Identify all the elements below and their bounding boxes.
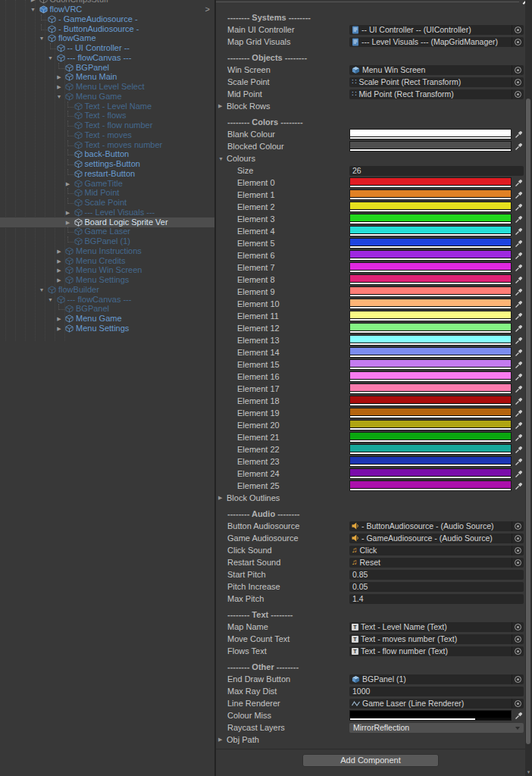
hierarchy-item-flowgame[interactable]: ▼flowGame — [0, 33, 214, 43]
hierarchy-item-flowcanvas[interactable]: ▼--- flowCanvas --- — [0, 53, 214, 63]
hierarchy-item-menu-level-select[interactable]: ▶Menu Level Select — [0, 82, 214, 92]
number-input[interactable]: 1.4 — [349, 594, 524, 604]
eyedropper-button[interactable] — [513, 239, 524, 249]
hierarchy-item-bgpanel[interactable]: BGPanel — [0, 304, 214, 314]
eyedropper-button[interactable] — [513, 263, 524, 273]
hierarchy-item-ui-controller[interactable]: -- UI Controller -- — [0, 43, 214, 53]
object-field[interactable]: ∷Scale Point (Rect Transform) — [349, 77, 524, 87]
layer-dropdown[interactable]: MirrorReflection — [349, 723, 524, 733]
eyedropper-button[interactable] — [513, 287, 524, 297]
eyedropper-button[interactable] — [513, 421, 524, 430]
object-picker-button[interactable] — [512, 646, 524, 656]
eyedropper-button[interactable] — [513, 711, 524, 721]
hierarchy-item-text-flow-number[interactable]: Text - flow number — [0, 120, 214, 130]
color-swatch[interactable] — [349, 189, 512, 200]
foldout-open-icon[interactable]: ▼ — [216, 156, 227, 161]
color-swatch[interactable] — [349, 299, 512, 309]
color-swatch[interactable] — [349, 311, 512, 321]
object-picker-button[interactable] — [512, 77, 524, 87]
object-picker-button[interactable] — [512, 546, 524, 555]
color-swatch[interactable] — [349, 323, 512, 333]
color-swatch[interactable] — [349, 202, 512, 212]
hierarchy-item-scale-point[interactable]: Scale Point — [0, 198, 214, 208]
object-field[interactable]: ♫Click — [349, 546, 524, 555]
hierarchy-item-text-moves-number[interactable]: Text - moves number — [0, 140, 214, 150]
number-input[interactable]: 26 — [349, 166, 524, 176]
eyedropper-button[interactable] — [513, 457, 524, 467]
number-input[interactable]: 0.85 — [349, 570, 524, 580]
color-swatch[interactable] — [349, 383, 512, 394]
eyedropper-button[interactable] — [513, 275, 524, 285]
hierarchy-item-flowcanvas[interactable]: ▼--- flowCanvas --- — [0, 295, 214, 305]
hierarchy-item-flowbuilder[interactable]: ▼flowBuilder — [0, 285, 214, 295]
foldout-block-rows[interactable]: ▶Block Rows — [216, 100, 525, 112]
foldout-closed-icon[interactable]: ▶ — [55, 275, 63, 285]
prefab-inspect-arrow-icon[interactable]: > — [205, 5, 210, 14]
inspector-scrollbar[interactable]: ▾ — [525, 0, 532, 776]
eyedropper-button[interactable] — [513, 311, 524, 321]
foldout-obj-path[interactable]: ▶Obj Path — [216, 734, 525, 746]
color-swatch[interactable] — [349, 432, 512, 443]
color-swatch[interactable] — [349, 141, 512, 152]
object-picker-button[interactable] — [512, 25, 524, 35]
add-component-button[interactable]: Add Component — [302, 754, 439, 767]
eyedropper-button[interactable] — [513, 336, 524, 346]
color-swatch[interactable] — [349, 274, 512, 285]
foldout-closed-icon[interactable]: ▶ — [216, 737, 227, 743]
color-swatch[interactable] — [349, 250, 512, 261]
foldout-colours[interactable]: ▼Colours — [216, 152, 525, 164]
eyedropper-button[interactable] — [513, 445, 524, 455]
number-input[interactable]: 0.05 — [349, 582, 524, 592]
eyedropper-button[interactable] — [513, 299, 524, 309]
eyedropper-button[interactable] — [513, 130, 524, 139]
scrollbar-thumb[interactable] — [526, 99, 530, 744]
color-swatch[interactable] — [349, 371, 512, 382]
object-field[interactable]: --- Level Visuals --- (MapGridManager) — [349, 37, 524, 47]
foldout-closed-icon[interactable]: ▶ — [55, 256, 63, 266]
eyedropper-button[interactable] — [513, 408, 524, 418]
foldout-block-outlines[interactable]: ▶Block Outlines — [216, 492, 525, 504]
object-field[interactable]: - GameAudiosource - (Audio Source) — [349, 534, 524, 543]
color-swatch[interactable] — [349, 129, 512, 139]
color-swatch[interactable] — [349, 214, 512, 224]
hierarchy-item-back-button[interactable]: back-Button — [0, 149, 214, 159]
hierarchy-item-board-logic-sprite-ver[interactable]: ▶Board Logic Sprite Ver — [0, 217, 214, 227]
color-swatch[interactable] — [349, 396, 512, 406]
eyedropper-button[interactable] — [513, 469, 524, 479]
object-field[interactable]: TText - flow number (Text) — [349, 646, 524, 656]
object-picker-button[interactable] — [512, 674, 524, 684]
hierarchy-item-menu-settings[interactable]: ▶Menu Settings — [0, 275, 214, 285]
object-picker-button[interactable] — [512, 534, 524, 543]
hierarchy-item-menu-credits[interactable]: ▶Menu Credits — [0, 256, 214, 266]
scrollbar-down-arrow[interactable]: ▾ — [525, 769, 532, 775]
eyedropper-button[interactable] — [513, 396, 524, 406]
foldout-closed-icon[interactable]: ▶ — [55, 246, 63, 256]
hierarchy-item-mid-point[interactable]: Mid Point — [0, 188, 214, 198]
foldout-open-icon[interactable]: ▼ — [47, 53, 55, 63]
color-swatch[interactable] — [349, 262, 512, 273]
hierarchy-item-game-laser[interactable]: Game Laser — [0, 227, 214, 236]
object-picker-button[interactable] — [512, 65, 524, 75]
object-field[interactable]: ♫Reset — [349, 558, 524, 568]
foldout-closed-icon[interactable]: ▶ — [55, 314, 63, 324]
foldout-closed-icon[interactable]: ▶ — [55, 72, 63, 82]
hierarchy-item-bgpanel[interactable]: BGPanel — [0, 63, 214, 73]
color-swatch[interactable] — [349, 444, 512, 455]
number-input[interactable]: 1000 — [349, 687, 524, 696]
eyedropper-button[interactable] — [513, 372, 524, 382]
eyedropper-button[interactable] — [513, 384, 524, 394]
hierarchy-item-flowvrc[interactable]: ▼flowVRC> — [0, 5, 214, 14]
hierarchy-item-menu-game[interactable]: ▶Menu Game — [0, 314, 214, 324]
eyedropper-button[interactable] — [513, 202, 524, 212]
foldout-closed-icon[interactable]: ▶ — [64, 217, 72, 227]
object-field[interactable]: BGPanel (1) — [349, 674, 524, 684]
foldout-open-icon[interactable]: ▼ — [38, 285, 45, 295]
object-picker-button[interactable] — [512, 699, 524, 709]
hierarchy-item-gameaudiosource[interactable]: - GameAudiosource - — [0, 14, 214, 24]
foldout-open-icon[interactable]: ▼ — [47, 295, 55, 305]
color-swatch[interactable] — [349, 456, 512, 467]
hierarchy-item-bgpanel-1[interactable]: BGPanel (1) — [0, 236, 214, 246]
color-swatch[interactable] — [349, 420, 512, 430]
hierarchy-item-menu-instructions[interactable]: ▶Menu Instructions — [0, 246, 214, 256]
eyedropper-button[interactable] — [513, 214, 524, 224]
